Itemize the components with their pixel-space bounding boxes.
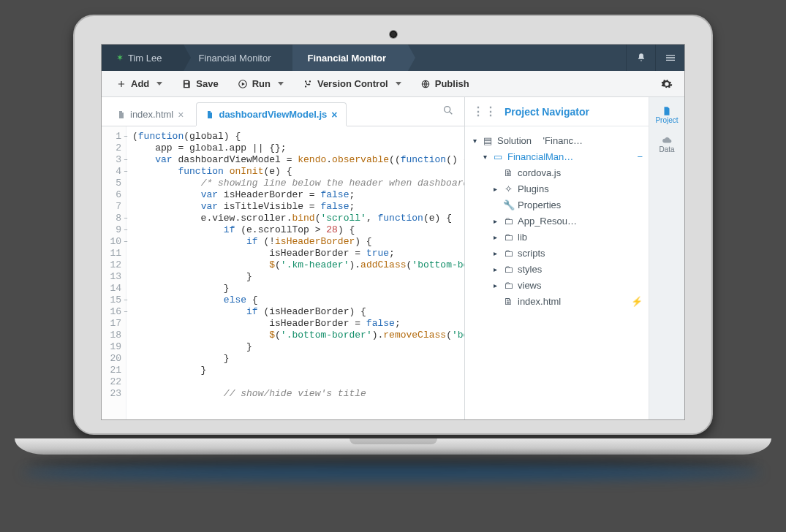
folder-icon: 🗀 [503, 264, 513, 275]
save-icon [181, 79, 192, 89]
solution-row[interactable]: ▤ Solution 'Financ… [471, 132, 646, 148]
editor-panel: index.html × dashboardViewModel.js × 123… [102, 97, 465, 419]
chevron-right-icon[interactable] [491, 265, 499, 273]
breadcrumb-app[interactable]: Financial Monitor [292, 45, 408, 71]
chevron-down-icon [156, 82, 162, 86]
main-toolbar: Add Save Run Version Control Publish [102, 71, 684, 97]
drag-handle-icon[interactable]: ⋮⋮ [472, 104, 497, 118]
editor-tabs: index.html × dashboardViewModel.js × [102, 97, 464, 126]
tree-label: index.html [518, 296, 561, 307]
vc-label: Version Control [317, 78, 388, 89]
svg-point-2 [445, 106, 450, 112]
rail-data-label: Data [659, 145, 674, 153]
camera-dot [390, 31, 397, 38]
breadcrumb-app-label: Financial Monitor [307, 53, 386, 64]
cloud-icon [660, 135, 673, 145]
version-control-button[interactable]: Version Control [295, 75, 409, 92]
shadow [22, 465, 762, 481]
code-content: (function(global) { app = global.app || … [126, 126, 464, 419]
minus-icon[interactable]: − [637, 151, 646, 162]
publish-button[interactable]: Publish [413, 75, 477, 92]
chevron-down-icon[interactable] [481, 153, 488, 161]
solution-name: 'Financ… [543, 135, 583, 146]
laptop-base [15, 438, 771, 455]
tree-label: views [518, 280, 542, 291]
solution-icon: ▤ [483, 135, 493, 146]
project-name: FinancialMan… [507, 151, 573, 162]
file-icon [117, 110, 126, 120]
tab-index-html[interactable]: index.html × [107, 102, 193, 126]
chevron-right-icon[interactable] [491, 185, 499, 193]
navigator-header: ⋮⋮ Project Navigator [465, 97, 649, 126]
window-icon: ▭ [493, 151, 503, 162]
tree-item-scripts[interactable]: 🗀 scripts [471, 245, 646, 261]
file-icon: 🗎 [503, 167, 513, 178]
solution-prefix: Solution [497, 135, 532, 146]
tab-dashboard-viewmodel[interactable]: dashboardViewModel.js × [196, 102, 347, 126]
tab-label: index.html [130, 109, 173, 120]
chevron-right-icon[interactable] [491, 217, 499, 225]
notifications-button[interactable] [626, 45, 655, 71]
chevron-down-icon[interactable] [471, 137, 478, 145]
tab-label: dashboardViewModel.js [219, 109, 327, 120]
tree-label: Properties [518, 200, 561, 210]
file-icon [660, 106, 673, 116]
tree-item-cordova[interactable]: 🗎 cordova.js [471, 164, 646, 180]
branch-icon [303, 79, 313, 89]
publish-label: Publish [435, 78, 469, 89]
file-icon [205, 110, 214, 120]
tree-label: cordova.js [518, 167, 561, 178]
globe-icon [420, 79, 431, 89]
tree-item-lib[interactable]: 🗀 lib [471, 229, 646, 245]
close-icon[interactable]: × [331, 109, 337, 121]
editor-search-button[interactable] [442, 104, 454, 119]
menu-button[interactable] [655, 45, 684, 71]
folder-icon: 🗀 [503, 248, 513, 259]
folder-icon: 🗀 [503, 216, 513, 227]
rail-data[interactable]: Data [649, 129, 684, 159]
rail-project[interactable]: Project [649, 100, 684, 129]
chevron-right-icon[interactable] [491, 249, 499, 257]
wrench-icon: 🔧 [503, 200, 513, 210]
play-icon [238, 79, 248, 89]
ide-screen: ✶ Tim Lee Financial Monitor Financial Mo… [101, 44, 685, 420]
tree-label: lib [518, 232, 527, 243]
tree-item-app-resources[interactable]: 🗀 App_Resou… [471, 213, 646, 229]
chevron-down-icon [278, 82, 284, 86]
side-rail: Project Data [649, 97, 684, 419]
tree-item-properties[interactable]: 🔧 Properties [471, 197, 646, 213]
breadcrumb-user[interactable]: ✶ Tim Lee [102, 45, 184, 71]
tree-item-views[interactable]: 🗀 views [471, 277, 646, 293]
gear-icon [661, 78, 673, 90]
save-button[interactable]: Save [174, 75, 225, 92]
tree-label: styles [518, 264, 542, 275]
tree-item-index-html[interactable]: 🗎 index.html ⚡ [471, 293, 646, 309]
plugins-icon: ✧ [503, 183, 513, 194]
project-row[interactable]: ▭ FinancialMan… − [471, 148, 646, 164]
right-panel: ⋮⋮ Project Navigator ▤ Solution 'Financ… [465, 97, 684, 419]
tree-item-styles[interactable]: 🗀 styles [471, 261, 646, 277]
line-gutter: 1234 56789 1011121314 15161718 192021222… [102, 126, 126, 419]
tree-label: Plugins [518, 183, 549, 194]
code-editor[interactable]: 1234 56789 1011121314 15161718 192021222… [102, 126, 464, 419]
chevron-right-icon[interactable] [491, 233, 499, 241]
lightning-icon: ⚡ [631, 296, 646, 307]
breadcrumb-project[interactable]: Financial Monitor [184, 45, 292, 71]
breadcrumb-user-label: Tim Lee [128, 53, 162, 64]
chevron-right-icon[interactable] [491, 281, 499, 289]
tree-label: scripts [518, 248, 545, 259]
tree-label: App_Resou… [518, 216, 577, 227]
folder-icon: 🗀 [503, 232, 513, 243]
close-icon[interactable]: × [178, 109, 184, 121]
user-icon: ✶ [116, 53, 124, 63]
run-label: Run [252, 78, 271, 89]
project-tree: ▤ Solution 'Financ… ▭ FinancialMan… − [465, 126, 649, 309]
settings-button[interactable] [657, 74, 677, 94]
run-button[interactable]: Run [230, 75, 291, 92]
search-icon [442, 104, 454, 116]
add-button[interactable]: Add [109, 75, 170, 92]
bell-icon [636, 53, 646, 63]
chevron-down-icon [396, 82, 401, 86]
folder-icon: 🗀 [503, 280, 513, 291]
tree-item-plugins[interactable]: ✧ Plugins [471, 180, 646, 197]
